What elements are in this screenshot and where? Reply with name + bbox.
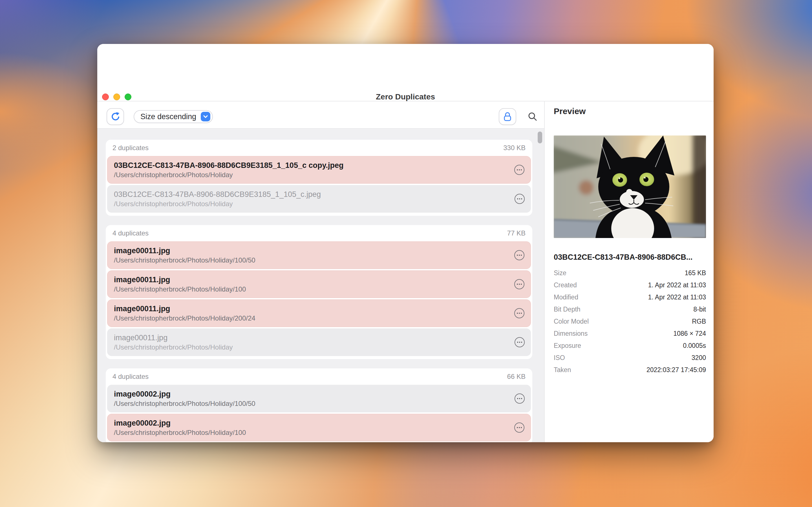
ellipsis-dot — [521, 342, 522, 343]
ellipsis-dot — [519, 198, 520, 200]
row-ellipsis-menu-button[interactable] — [514, 422, 524, 433]
metadata-row: Modified1. Apr 2022 at 11:03 — [554, 291, 706, 303]
duplicate-group: 4 duplicates77 KBimage00011.jpg/Users/ch… — [106, 225, 532, 359]
file-name: 03BC12CE-C813-47BA-8906-88D6CB9E3185_1_1… — [114, 161, 508, 170]
group-size: 77 KB — [507, 229, 525, 237]
preview-filename: 03BC12CE-C813-47BA-8906-88D6CB... — [554, 253, 706, 262]
metadata-value: 2022:03:27 17:45:09 — [647, 366, 706, 374]
list-scrollbar-thumb[interactable] — [538, 131, 542, 144]
metadata-label: Size — [554, 269, 566, 277]
row-ellipsis-menu-button[interactable] — [514, 279, 524, 289]
ellipsis-dot — [521, 198, 522, 200]
file-path: /Users/christopherbrock/Photos/Holiday/1… — [114, 429, 508, 437]
metadata-value: 3200 — [692, 354, 706, 362]
duplicate-file-row[interactable]: image00002.jpg/Users/christopherbrock/Ph… — [107, 414, 531, 441]
row-ellipsis-menu-button[interactable] — [514, 165, 524, 175]
file-path: /Users/christopherbrock/Photos/Holiday/1… — [114, 256, 508, 265]
toolbar: Zero Duplicates Show Folders — [97, 44, 714, 101]
metadata-label: Bit Depth — [554, 305, 580, 313]
metadata-row: Color ModelRGB — [554, 316, 706, 328]
duplicate-file-row[interactable]: image00011.jpg/Users/christopherbrock/Ph… — [107, 328, 531, 356]
metadata-label: Created — [554, 281, 577, 289]
file-name: image00011.jpg — [114, 304, 508, 314]
row-ellipsis-menu-button[interactable] — [515, 194, 525, 204]
duplicate-file-row[interactable]: image00011.jpg/Users/christopherbrock/Ph… — [107, 241, 531, 269]
duplicate-file-row[interactable]: image00002.jpg/Users/christopherbrock/Ph… — [107, 385, 531, 412]
metadata-label: Exposure — [554, 342, 581, 349]
metadata-row: Dimensions1086 × 724 — [554, 328, 706, 340]
ellipsis-dot — [521, 169, 522, 170]
group-size: 66 KB — [507, 373, 525, 381]
row-ellipsis-menu-button[interactable] — [514, 308, 524, 318]
refresh-icon — [110, 112, 120, 122]
metadata-row: Bit Depth8-bit — [554, 303, 706, 316]
preview-panel: Preview — [544, 101, 714, 442]
ellipsis-dot — [517, 313, 518, 314]
duplicate-file-row[interactable]: image00011.jpg/Users/christopherbrock/Ph… — [107, 299, 531, 327]
metadata-label: Dimensions — [554, 330, 588, 337]
lock-icon — [503, 112, 512, 122]
ellipsis-dot — [519, 427, 520, 428]
file-name: image00011.jpg — [114, 333, 508, 342]
duplicate-file-row[interactable]: 03BC12CE-C813-47BA-8906-88D6CB9E3185_1_1… — [107, 156, 531, 184]
metadata-value: RGB — [692, 318, 706, 325]
row-ellipsis-menu-button[interactable] — [515, 393, 525, 404]
file-path: /Users/christopherbrock/Photos/Holiday/1… — [114, 285, 508, 293]
duplicate-group: 2 duplicates330 KB03BC12CE-C813-47BA-890… — [106, 140, 532, 216]
ellipsis-dot — [517, 427, 518, 428]
sort-order-value: Size descending — [140, 112, 196, 121]
metadata-row: Taken2022:03:27 17:45:09 — [554, 364, 706, 376]
lock-selection-button[interactable] — [499, 108, 516, 125]
sort-toolbar: Size descending — [97, 101, 544, 129]
ellipsis-dot — [517, 169, 518, 170]
search-icon — [528, 112, 538, 121]
metadata-row: ISO3200 — [554, 352, 706, 364]
row-ellipsis-menu-button[interactable] — [514, 250, 524, 260]
file-name: image00011.jpg — [114, 246, 508, 256]
ellipsis-dot — [517, 342, 518, 343]
file-path: /Users/christopherbrock/Photos/Holiday/2… — [114, 314, 508, 323]
ellipsis-dot — [519, 284, 520, 285]
rescan-button[interactable] — [107, 108, 124, 125]
metadata-value: 1. Apr 2022 at 11:03 — [648, 293, 706, 301]
row-ellipsis-menu-button[interactable] — [515, 337, 525, 347]
group-duplicate-count: 4 duplicates — [112, 373, 149, 381]
sort-order-select[interactable]: Size descending — [134, 110, 213, 123]
duplicates-list[interactable]: 2 duplicates330 KB03BC12CE-C813-47BA-890… — [97, 129, 544, 442]
group-header: 2 duplicates330 KB — [107, 140, 531, 156]
file-path: /Users/christopherbrock/Photos/Holiday — [114, 343, 508, 351]
ellipsis-dot — [519, 169, 520, 170]
ellipsis-dot — [517, 398, 518, 399]
desktop-wallpaper: Zero Duplicates Show Folders — [0, 0, 812, 507]
group-header: 4 duplicates66 KB — [107, 369, 531, 385]
window-title: Zero Duplicates — [97, 93, 714, 101]
file-path: /Users/christopherbrock/Photos/Holiday — [114, 171, 508, 179]
group-header: 4 duplicates77 KB — [107, 225, 531, 241]
metadata-value: 1086 × 724 — [673, 330, 706, 337]
file-name: image00002.jpg — [114, 418, 508, 428]
metadata-value: 0.0005s — [683, 342, 706, 349]
ellipsis-dot — [521, 398, 522, 399]
group-duplicate-count: 4 duplicates — [112, 229, 149, 237]
duplicate-group: 4 duplicates66 KBimage00002.jpg/Users/ch… — [106, 369, 532, 442]
ellipsis-dot — [521, 255, 522, 256]
ellipsis-dot — [517, 255, 518, 256]
duplicate-file-row[interactable]: image00011.jpg/Users/christopherbrock/Ph… — [107, 270, 531, 298]
metadata-label: Color Model — [554, 318, 589, 325]
ellipsis-dot — [517, 198, 518, 200]
file-name: 03BC12CE-C813-47BA-8906-88D6CB9E3185_1_1… — [114, 189, 508, 199]
search-button[interactable] — [525, 109, 541, 124]
file-path: /Users/christopherbrock/Photos/Holiday/1… — [114, 399, 508, 408]
ellipsis-dot — [519, 313, 520, 314]
file-name: image00002.jpg — [114, 389, 508, 399]
ellipsis-dot — [521, 284, 522, 285]
metadata-value: 8-bit — [693, 305, 706, 313]
ellipsis-dot — [521, 313, 522, 314]
file-metadata-list: Size165 KBCreated1. Apr 2022 at 11:03Mod… — [554, 267, 706, 376]
preview-heading: Preview — [554, 107, 586, 116]
ellipsis-dot — [517, 284, 518, 285]
preview-image-cat-photo — [554, 135, 706, 238]
metadata-label: ISO — [554, 354, 565, 362]
ellipsis-dot — [519, 255, 520, 256]
duplicate-file-row[interactable]: 03BC12CE-C813-47BA-8906-88D6CB9E3185_1_1… — [107, 185, 531, 213]
